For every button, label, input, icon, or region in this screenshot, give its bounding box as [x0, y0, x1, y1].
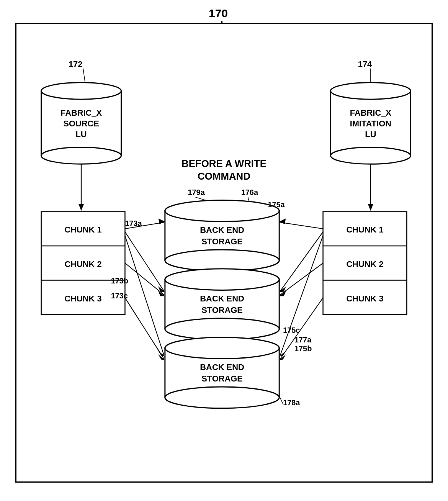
- svg-marker-56: [279, 354, 286, 360]
- svg-text:BACK END: BACK END: [200, 225, 244, 235]
- svg-text:CHUNK 3: CHUNK 3: [346, 294, 383, 303]
- svg-text:STORAGE: STORAGE: [201, 374, 243, 383]
- svg-point-41: [165, 337, 279, 359]
- svg-line-53: [280, 263, 323, 295]
- svg-point-42: [165, 387, 279, 408]
- svg-line-45: [125, 222, 164, 229]
- svg-text:FABRIC_X: FABRIC_X: [60, 108, 102, 118]
- svg-text:LU: LU: [75, 129, 87, 139]
- svg-line-66: [83, 69, 85, 82]
- svg-marker-64: [279, 351, 286, 357]
- svg-point-2: [41, 147, 121, 164]
- svg-line-70: [195, 197, 207, 201]
- svg-text:CHUNK 1: CHUNK 1: [64, 225, 101, 234]
- svg-point-1: [41, 82, 121, 99]
- svg-text:BACK END: BACK END: [200, 294, 244, 303]
- svg-line-59: [125, 236, 164, 355]
- svg-marker-60: [158, 351, 165, 357]
- svg-text:173a: 173a: [125, 219, 142, 228]
- svg-text:173b: 173b: [111, 277, 128, 285]
- svg-rect-40: [165, 348, 279, 398]
- svg-point-31: [165, 200, 279, 222]
- svg-text:CHUNK 2: CHUNK 2: [64, 259, 101, 269]
- svg-marker-50: [158, 354, 165, 360]
- svg-text:FABRIC_X: FABRIC_X: [350, 108, 392, 118]
- svg-marker-15: [368, 204, 373, 211]
- svg-line-51: [280, 222, 323, 229]
- svg-line-55: [280, 298, 323, 359]
- diagram-container: FABRIC_X SOURCE LU FABRIC_X IMITATION LU…: [15, 23, 433, 483]
- svg-text:178a: 178a: [283, 398, 300, 407]
- svg-text:175b: 175b: [294, 344, 312, 353]
- svg-rect-0: [41, 91, 121, 156]
- svg-marker-52: [279, 218, 286, 224]
- svg-text:179a: 179a: [188, 188, 205, 196]
- svg-point-7: [330, 82, 410, 99]
- svg-marker-13: [78, 204, 84, 211]
- svg-text:SOURCE: SOURCE: [63, 119, 99, 128]
- svg-point-8: [330, 147, 410, 164]
- svg-marker-58: [158, 287, 165, 292]
- svg-text:172: 172: [69, 59, 82, 69]
- svg-text:174: 174: [358, 59, 372, 69]
- svg-text:177a: 177a: [294, 336, 312, 344]
- svg-rect-30: [165, 211, 279, 260]
- svg-text:IMITATION: IMITATION: [350, 119, 391, 128]
- svg-rect-6: [330, 91, 410, 156]
- svg-text:175c: 175c: [283, 326, 300, 334]
- svg-line-72: [248, 197, 249, 201]
- svg-line-47: [125, 263, 164, 295]
- svg-point-32: [165, 250, 279, 271]
- svg-marker-62: [279, 287, 286, 292]
- svg-text:STORAGE: STORAGE: [201, 237, 243, 246]
- svg-text:CHUNK 2: CHUNK 2: [346, 259, 383, 269]
- svg-text:CHUNK 1: CHUNK 1: [346, 225, 383, 234]
- svg-text:176a: 176a: [241, 188, 258, 196]
- svg-point-36: [165, 269, 279, 290]
- svg-line-81: [280, 398, 283, 404]
- svg-text:CHUNK 3: CHUNK 3: [64, 294, 101, 303]
- svg-text:COMMAND: COMMAND: [198, 171, 250, 182]
- svg-point-37: [165, 318, 279, 340]
- svg-marker-46: [159, 218, 165, 224]
- svg-line-57: [125, 232, 164, 291]
- svg-marker-54: [279, 291, 286, 296]
- main-label: 170: [209, 7, 228, 20]
- svg-line-63: [280, 236, 323, 355]
- svg-text:175a: 175a: [268, 200, 285, 209]
- svg-text:BEFORE A WRITE: BEFORE A WRITE: [181, 158, 267, 169]
- svg-line-61: [280, 232, 323, 291]
- svg-text:173c: 173c: [111, 291, 128, 300]
- svg-rect-35: [165, 280, 279, 329]
- svg-text:LU: LU: [365, 129, 376, 139]
- svg-text:STORAGE: STORAGE: [201, 305, 243, 315]
- svg-line-49: [125, 298, 164, 359]
- svg-text:BACK END: BACK END: [200, 362, 244, 372]
- diagram-svg: FABRIC_X SOURCE LU FABRIC_X IMITATION LU…: [16, 24, 432, 481]
- svg-marker-48: [158, 291, 165, 296]
- svg-rect-16: [41, 212, 125, 315]
- svg-rect-22: [323, 212, 407, 315]
